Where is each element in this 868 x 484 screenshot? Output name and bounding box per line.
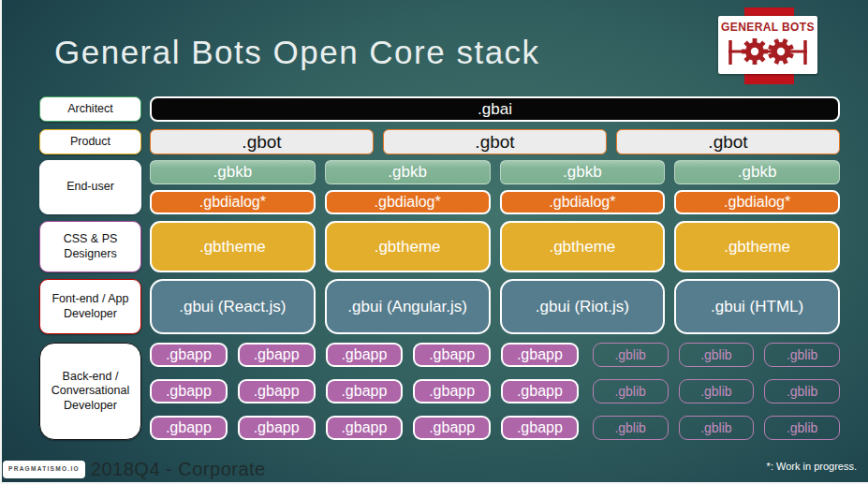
gbkb-box: .gbkb <box>150 160 316 184</box>
gbui-html-box: .gbui (HTML) <box>674 279 840 334</box>
gblib-box: .gblib <box>764 416 840 440</box>
gbot-box: .gbot <box>150 129 374 154</box>
row-label-backend: Back-end / Conversational Developer <box>39 343 141 440</box>
gbdialog-box: .gbdialog* <box>674 190 840 214</box>
gbkb-box: .gbkb <box>674 160 840 184</box>
work-in-progress-footnote: *: Work in progress. <box>767 461 857 472</box>
gbdialog-box: .gbdialog* <box>500 190 666 214</box>
footer-classification: 2018Q4 - Corporate <box>91 459 266 480</box>
gblib-box: .gblib <box>679 343 755 367</box>
gbtheme-box: .gbtheme <box>674 221 840 272</box>
gbapp-box: .gbapp <box>326 416 404 440</box>
pragmatismo-badge: PRAGMATISMO.IO <box>3 461 85 478</box>
row-label-product: Product <box>39 129 141 154</box>
general-bots-logo: GENERAL BOTS <box>718 16 817 74</box>
footer: PRAGMATISMO.IO 2018Q4 - Corporate <box>3 459 266 480</box>
row-backend: Back-end / Conversational Developer .gba… <box>39 343 840 440</box>
gblib-box: .gblib <box>593 416 669 440</box>
gblib-box: .gblib <box>764 343 840 367</box>
gbkb-box: .gbkb <box>500 160 666 184</box>
two-gears-icon <box>725 34 811 69</box>
gbapp-box: .gbapp <box>501 379 579 403</box>
gblib-box: .gblib <box>679 416 755 440</box>
gbapp-box: .gbapp <box>501 416 579 440</box>
gbapp-box: .gbapp <box>150 416 228 440</box>
gbdialog-box: .gbdialog* <box>150 190 316 214</box>
gbapp-box: .gbapp <box>238 343 316 367</box>
row-product: Product .gbot .gbot .gbot <box>39 129 840 154</box>
gbapp-box: .gbapp <box>413 343 491 367</box>
presentation-slide: General Bots Open Core stack GENERAL BOT… <box>0 0 868 484</box>
gbapp-box: .gbapp <box>413 416 491 440</box>
row-enduser: End-user .gbkb .gbkb .gbkb .gbkb .gbdial… <box>39 160 840 214</box>
gbapp-box: .gbapp <box>238 416 316 440</box>
row-label-frontend: Font-end / App Developer <box>39 279 141 334</box>
gblib-box: .gblib <box>764 379 840 403</box>
gbapp-box: .gbapp <box>238 379 316 403</box>
gblib-box: .gblib <box>679 379 755 403</box>
gblib-box: .gblib <box>593 343 669 367</box>
gbui-react-box: .gbui (React.js) <box>150 279 316 334</box>
row-label-architect: Architect <box>39 96 141 122</box>
row-label-designers: CSS & PS Designers <box>39 221 141 272</box>
gbapp-box: .gbapp <box>150 379 228 403</box>
slide-left-edge <box>0 0 2 484</box>
gbapp-box: .gbapp <box>413 379 491 403</box>
page-title: General Bots Open Core stack <box>54 34 540 71</box>
gbapp-box: .gbapp <box>150 343 228 367</box>
row-label-enduser: End-user <box>39 160 141 214</box>
gbapp-box: .gbapp <box>326 343 404 367</box>
gbapp-box: .gbapp <box>326 379 404 403</box>
gbtheme-box: .gbtheme <box>150 221 316 272</box>
stack-diagram: Architect .gbai Product .gbot .gbot .gbo… <box>39 96 840 440</box>
row-architect: Architect .gbai <box>39 96 840 122</box>
gbtheme-box: .gbtheme <box>500 221 666 272</box>
gbui-riot-box: .gbui (Riot.js) <box>500 279 666 334</box>
gbai-box: .gbai <box>150 96 840 122</box>
gbot-box: .gbot <box>616 129 840 154</box>
row-frontend: Font-end / App Developer .gbui (React.js… <box>39 279 840 334</box>
row-designers: CSS & PS Designers .gbtheme .gbtheme .gb… <box>39 221 840 272</box>
gbapp-box: .gbapp <box>501 343 579 367</box>
gbtheme-box: .gbtheme <box>325 221 491 272</box>
gblib-box: .gblib <box>593 379 669 403</box>
logo-wordmark: GENERAL BOTS <box>721 21 815 34</box>
gbui-angular-box: .gbui (Angular.js) <box>325 279 491 334</box>
gbdialog-box: .gbdialog* <box>325 190 491 214</box>
gbot-box: .gbot <box>383 129 607 154</box>
gbkb-box: .gbkb <box>325 160 491 184</box>
